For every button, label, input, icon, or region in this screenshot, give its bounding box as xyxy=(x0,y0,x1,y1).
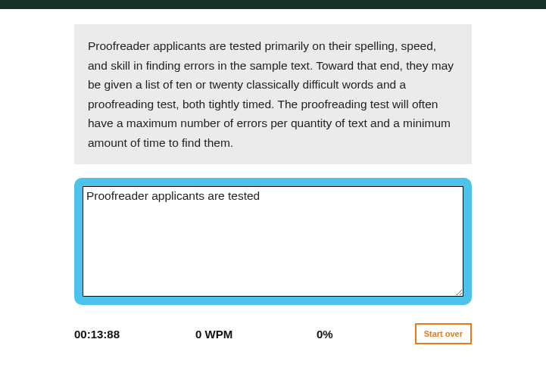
accuracy-display: 0% xyxy=(317,328,415,341)
typing-input[interactable] xyxy=(83,186,463,297)
sample-text-box: Proofreader applicants are tested primar… xyxy=(74,24,472,164)
timer-display: 00:13:88 xyxy=(74,328,195,341)
top-bar xyxy=(0,0,546,9)
typing-input-wrapper xyxy=(74,178,472,305)
stats-row: 00:13:88 0 WPM 0% Start over xyxy=(74,323,472,344)
wpm-display: 0 WPM xyxy=(195,328,317,341)
main-container: Proofreader applicants are tested primar… xyxy=(0,9,546,344)
start-over-button[interactable]: Start over xyxy=(415,323,472,344)
sample-text: Proofreader applicants are tested primar… xyxy=(88,39,454,149)
